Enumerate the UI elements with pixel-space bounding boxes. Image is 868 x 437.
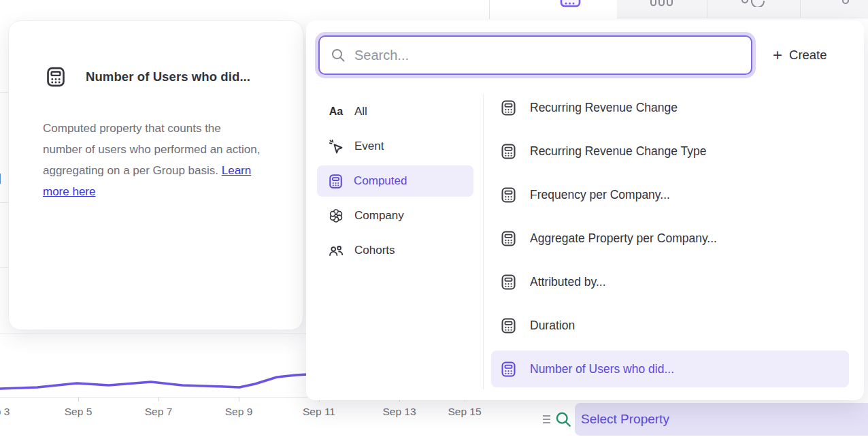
- x-axis-label: Sep 11: [303, 406, 335, 418]
- tab-separator: [707, 0, 707, 18]
- flower-icon: [328, 208, 344, 224]
- property-row[interactable]: Recurring Revenue Change: [491, 89, 849, 126]
- property-label: Number of Users who did...: [530, 362, 674, 376]
- property-label: Frequency per Company...: [530, 188, 670, 202]
- tab-active-report[interactable]: [522, 0, 617, 20]
- plus-icon: +: [773, 47, 782, 63]
- property-label: Attributed by...: [530, 275, 606, 289]
- tooltip-title: Number of Users who did...: [86, 69, 250, 84]
- chart-gridline: [0, 334, 306, 334]
- flows-icon[interactable]: [840, 0, 851, 7]
- x-axis-label: Sep 15: [448, 406, 481, 418]
- x-axis-label: Sep 3: [0, 406, 10, 418]
- property-row[interactable]: Number of Users who did...: [491, 351, 849, 387]
- property-label: Aggregate Property per Company...: [530, 231, 717, 246]
- learn-more-link[interactable]: Learn: [222, 164, 251, 177]
- calculator-icon: [500, 143, 517, 160]
- category-label: Cohorts: [354, 244, 395, 257]
- sidebar-item-company[interactable]: Company: [317, 200, 473, 231]
- sidebar-item-cohorts[interactable]: Cohorts: [317, 235, 473, 266]
- learn-more-link[interactable]: more here: [43, 185, 95, 198]
- property-row[interactable]: Aggregate Property per Company...: [491, 220, 849, 257]
- funnel-bars-icon[interactable]: [650, 0, 674, 7]
- property-label: Recurring Revenue Change Type: [530, 144, 706, 159]
- category-label: All: [354, 105, 367, 118]
- select-property-label: Select Property: [581, 412, 669, 427]
- desc-line: Computed property that counts the: [43, 122, 221, 135]
- property-label: Recurring Revenue Change: [530, 101, 678, 115]
- property-row[interactable]: Attributed by...: [491, 263, 849, 300]
- category-label: Computed: [354, 174, 407, 188]
- line-chart: [0, 366, 307, 398]
- calculator-icon: [500, 274, 517, 291]
- retention-icon[interactable]: [741, 0, 767, 7]
- create-button[interactable]: + Create: [773, 35, 827, 75]
- select-property-input[interactable]: Select Property: [575, 403, 868, 436]
- x-axis-label: Sep 5: [65, 406, 93, 418]
- x-axis-label: Sep 9: [225, 406, 253, 418]
- people-icon: [328, 242, 344, 259]
- tab-separator: [800, 0, 801, 18]
- text-aa-icon: Aa: [328, 106, 344, 118]
- category-sidebar: Aa All Event Computed: [317, 96, 473, 270]
- x-axis-label: Sep 13: [382, 406, 416, 418]
- sidebar-item-event[interactable]: Event: [317, 131, 473, 162]
- metrics-icon: [560, 0, 582, 8]
- report-tab-strip: [617, 0, 868, 18]
- calculator-icon: [500, 317, 517, 334]
- top-divider-line: [489, 0, 490, 19]
- search-icon[interactable]: [554, 410, 573, 429]
- property-label: Duration: [530, 319, 575, 333]
- x-axis-label: Sep 7: [145, 406, 173, 418]
- clipped-legend-fragment: ]: [0, 172, 1, 185]
- property-selector-panel: + Create Aa All Event: [306, 20, 864, 400]
- sidebar-item-all[interactable]: Aa All: [317, 96, 473, 127]
- x-axis-tick: [158, 397, 159, 402]
- search-icon: [330, 47, 346, 63]
- property-row[interactable]: Recurring Revenue Change Type: [491, 133, 849, 169]
- chart-gridline: [0, 92, 8, 93]
- desc-line: number of users who performed an action,: [43, 143, 260, 156]
- x-axis-tick: [239, 397, 239, 402]
- property-row[interactable]: Duration: [491, 307, 849, 344]
- category-label: Company: [354, 209, 404, 223]
- drag-handle-icon[interactable]: [541, 413, 552, 425]
- search-box[interactable]: [318, 35, 752, 75]
- sidebar-item-computed[interactable]: Computed: [317, 165, 473, 197]
- property-list: Recurring Revenue ChangeRecurring Revenu…: [491, 89, 849, 394]
- calculator-icon: [45, 66, 67, 88]
- chart-gridline: [0, 267, 8, 268]
- cursor-sparkle-icon: [328, 138, 344, 155]
- property-tooltip-card: Number of Users who did... Computed prop…: [8, 20, 303, 330]
- x-axis-tick: [78, 397, 79, 402]
- x-axis-line: [0, 397, 307, 398]
- chart-line: [0, 374, 307, 389]
- panel-divider: [483, 94, 484, 389]
- search-input[interactable]: [346, 37, 751, 74]
- select-property-bar: Select Property: [537, 402, 868, 437]
- property-row[interactable]: Frequency per Company...: [491, 176, 849, 213]
- calculator-icon: [500, 361, 517, 378]
- calculator-icon: [500, 230, 517, 247]
- calculator-icon: [328, 174, 344, 189]
- desc-line: aggregating on a per Group basis.: [43, 164, 222, 177]
- tooltip-description: Computed property that counts the number…: [43, 118, 296, 202]
- category-label: Event: [354, 140, 384, 153]
- create-label: Create: [789, 48, 827, 63]
- calculator-icon: [500, 99, 517, 116]
- chart-gridline: [0, 202, 8, 203]
- calculator-icon: [500, 187, 517, 204]
